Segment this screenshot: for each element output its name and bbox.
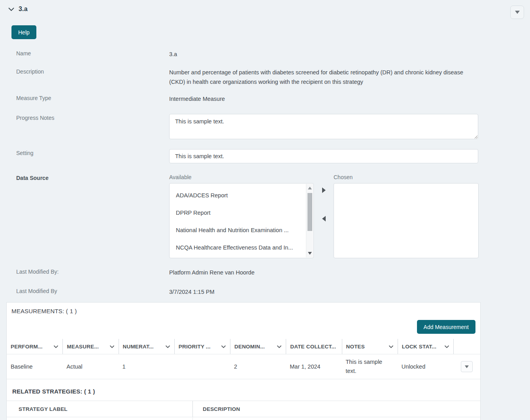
chevron-down-icon	[444, 345, 449, 348]
last-modified-date-label: Last Modified By	[16, 287, 169, 294]
table-row: Baseline Actual 1 2 Mar 1, 2024 This is …	[7, 354, 480, 379]
chevron-down-icon	[515, 11, 520, 14]
cell-denominator: 2	[230, 359, 286, 375]
column-header-strategy-label: STRATEGY LABEL	[7, 401, 192, 417]
chevron-down-icon	[165, 345, 170, 348]
page-title: 3.a	[19, 6, 28, 13]
column-header-priority[interactable]: PRIORITY ...	[174, 339, 230, 354]
measurements-table: PERFORM... MEASURE... NUMERAT... PRIORIT…	[7, 339, 480, 379]
column-header-measure[interactable]: MEASURE...	[62, 339, 118, 354]
column-header-lock-status[interactable]: LOCK STAT...	[398, 339, 453, 354]
column-header-date-collected[interactable]: DATE COLLECT...	[286, 339, 341, 354]
chevron-down-icon	[277, 345, 282, 348]
setting-input[interactable]	[169, 149, 478, 163]
cell-numerator: 1	[119, 359, 174, 375]
chevron-down-icon	[109, 345, 115, 348]
collapse-chevron-icon[interactable]	[8, 7, 15, 11]
setting-label: Setting	[16, 149, 169, 156]
row-actions-button[interactable]	[461, 361, 473, 372]
measurements-card: MEASUREMENTS: ( 1 ) Add Measurement PERF…	[6, 302, 481, 420]
list-item[interactable]: ADA/ADCES Report	[170, 189, 313, 206]
available-listbox[interactable]: ADA/ADCES Report DPRP Report National He…	[169, 183, 314, 258]
last-modified-date-value: 3/7/2024 1:15 PM	[169, 287, 478, 297]
related-strategies-header: STRATEGY LABEL DESCRIPTION	[7, 401, 480, 417]
progress-notes-textarea[interactable]: This is sample text.	[169, 114, 478, 139]
data-source-dual-listbox: Available ADA/ADCES Report DPRP Report N…	[169, 174, 479, 258]
column-header-denominator[interactable]: DENOMIN...	[230, 339, 286, 354]
related-strategies-table: STRATEGY LABEL DESCRIPTION Evidence-base…	[7, 401, 480, 420]
table-row: Evidence-based Approaches to Diabetes Ma…	[7, 417, 480, 420]
column-header-notes[interactable]: NOTES	[342, 339, 398, 354]
column-header-description: DESCRIPTION	[192, 401, 480, 417]
cell-date-collected: Mar 1, 2024	[286, 359, 341, 375]
cell-performance: Baseline	[7, 359, 62, 375]
cell-priority	[174, 363, 230, 370]
column-header-numerator[interactable]: NUMERAT...	[119, 339, 174, 354]
chevron-down-icon	[221, 345, 226, 348]
progress-notes-label: Progress Notes	[16, 114, 169, 121]
measurements-title: MEASUREMENTS: ( 1 )	[11, 308, 475, 314]
last-modified-by-value: Platform Admin Rene van Hoorde	[169, 268, 478, 277]
move-to-chosen-icon[interactable]	[322, 187, 326, 193]
available-label: Available	[169, 174, 314, 180]
section-header: 3.a	[0, 0, 530, 19]
measure-detail-form: Name 3.a Description Number and percenta…	[16, 49, 478, 297]
listbox-scrollbar[interactable]	[306, 184, 313, 257]
description-label: Description	[16, 68, 169, 75]
cell-strategy-description: 3) Prevent diabetes complications throug…	[192, 417, 480, 420]
list-item[interactable]: National Health and Nutrition Examinatio…	[170, 223, 313, 241]
last-modified-by-label: Last Modified By:	[16, 268, 169, 275]
list-item[interactable]: NCQA Healthcare Effectiveness Data and I…	[170, 241, 313, 258]
name-value: 3.a	[169, 49, 478, 59]
measure-type-value: Intermediate Measure	[169, 94, 478, 104]
chevron-down-icon	[465, 365, 469, 368]
data-source-label: Data Source	[16, 174, 169, 181]
cell-notes: This is sample text.	[342, 354, 398, 379]
scroll-down-icon[interactable]	[308, 252, 312, 255]
related-strategies-title: RELATED STRATEGIES: ( 1 )	[7, 379, 480, 401]
list-item[interactable]: DPRP Report	[170, 206, 313, 223]
column-header-actions	[453, 339, 480, 354]
header-dropdown-button[interactable]	[510, 6, 524, 19]
measure-type-label: Measure Type	[16, 94, 169, 101]
move-to-available-icon[interactable]	[322, 216, 326, 221]
scrollbar-thumb[interactable]	[307, 193, 312, 231]
cell-measure: Actual	[62, 359, 118, 375]
chevron-down-icon	[53, 345, 58, 348]
add-measurement-button[interactable]: Add Measurement	[417, 320, 475, 334]
help-button[interactable]: Help	[11, 25, 36, 39]
name-label: Name	[16, 49, 169, 57]
measurements-table-header: PERFORM... MEASURE... NUMERAT... PRIORIT…	[7, 339, 480, 354]
cell-lock-status: Unlocked	[398, 359, 453, 375]
description-value: Number and percentage of patients with d…	[169, 68, 478, 87]
chosen-listbox[interactable]	[334, 183, 479, 258]
column-header-performance[interactable]: PERFORM...	[7, 339, 62, 354]
chevron-down-icon	[389, 345, 394, 348]
scroll-up-icon[interactable]	[308, 187, 312, 189]
chosen-label: Chosen	[334, 174, 479, 180]
